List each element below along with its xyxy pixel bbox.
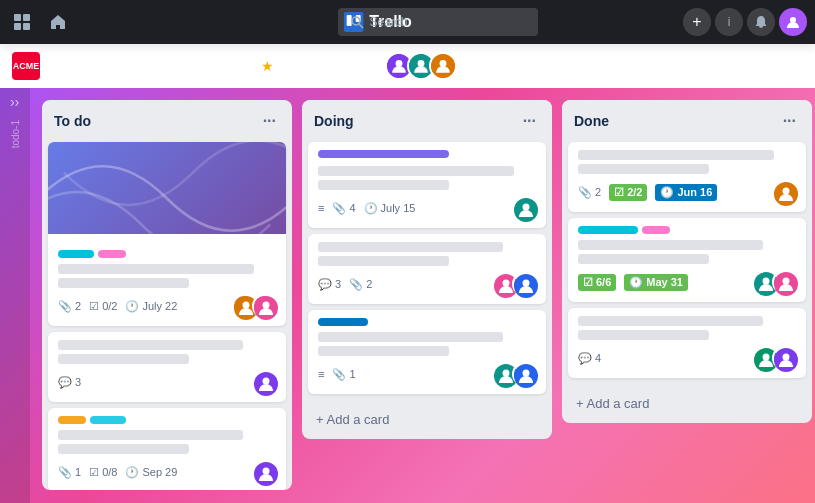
invite-button[interactable]: Invite bbox=[501, 54, 559, 79]
list-todo: To do ··· bbox=[42, 100, 292, 490]
star-icon[interactable]: ★ bbox=[261, 58, 274, 74]
done-card1-avatar bbox=[772, 180, 796, 204]
doing-card2-footer: 💬 3 📎 2 bbox=[318, 272, 536, 296]
home-icon[interactable] bbox=[44, 8, 72, 36]
svg-point-36 bbox=[503, 370, 510, 377]
list-doing-menu[interactable]: ··· bbox=[519, 110, 540, 132]
done-card3-footer: 💬 4 bbox=[578, 346, 796, 370]
workspace-logo[interactable]: ACME bbox=[12, 52, 40, 80]
card3-title-1 bbox=[58, 430, 243, 440]
doing-card3-labels bbox=[318, 318, 536, 326]
done-card2-footer: ☑ 6/6 🕐 May 31 bbox=[578, 270, 796, 294]
label-cyan bbox=[58, 250, 94, 258]
badge-date-blue: 🕐 Jun 16 bbox=[655, 184, 717, 201]
card-done-2[interactable]: ☑ 6/6 🕐 May 31 bbox=[568, 218, 806, 302]
done-card3-avatar-2 bbox=[772, 346, 796, 370]
svg-point-42 bbox=[763, 278, 770, 285]
label-blue bbox=[318, 318, 368, 326]
badge-checklist-green: ☑ 2/2 bbox=[609, 184, 647, 201]
notifications-button[interactable] bbox=[747, 8, 775, 36]
label-lightblue bbox=[90, 416, 126, 424]
grid-icon[interactable] bbox=[8, 8, 36, 36]
card-todo-1[interactable]: 📎 2 ☑ 0/2 🕐 July 22 bbox=[48, 142, 286, 326]
svg-rect-11 bbox=[52, 58, 59, 65]
card3-title-2 bbox=[58, 444, 189, 454]
card-badges: 📎 2 ☑ 0/2 🕐 July 22 bbox=[58, 300, 177, 313]
doing-card3-title-2 bbox=[318, 346, 449, 356]
card3-footer: 📎 1 ☑ 0/8 🕐 Sep 29 bbox=[58, 460, 276, 484]
svg-point-44 bbox=[783, 278, 790, 285]
info-button[interactable]: i bbox=[715, 8, 743, 36]
top-nav-right: + i bbox=[683, 8, 807, 36]
svg-point-32 bbox=[503, 280, 510, 287]
card-doing-2[interactable]: 💬 3 📎 2 bbox=[308, 234, 546, 304]
done-card2-title-1 bbox=[578, 240, 763, 250]
card-todo-3[interactable]: 📎 1 ☑ 0/8 🕐 Sep 29 bbox=[48, 408, 286, 490]
board-header: ACME Project Team Spirit ★ Acme, Inc. +1… bbox=[0, 44, 815, 88]
card-doing-3[interactable]: ≡ 📎 1 bbox=[308, 310, 546, 394]
list-doing-header: Doing ··· bbox=[302, 100, 552, 138]
card3-avatar bbox=[252, 460, 276, 484]
list-doing: Doing ··· ≡ 📎 4 🕐 July 15 bbox=[302, 100, 552, 439]
list-done-header: Done ··· bbox=[562, 100, 812, 138]
chevron-down-icon[interactable] bbox=[76, 54, 100, 78]
list-todo-menu[interactable]: ··· bbox=[259, 110, 280, 132]
doing-card3-footer: ≡ 📎 1 bbox=[318, 362, 536, 386]
svg-point-34 bbox=[523, 280, 530, 287]
doing-card3-avatar-2 bbox=[512, 362, 536, 386]
card-todo-2[interactable]: 💬 3 bbox=[48, 332, 286, 402]
add-card-doing[interactable]: + Add a card bbox=[308, 406, 546, 433]
user-avatar-nav[interactable] bbox=[779, 8, 807, 36]
header-separator-1 bbox=[286, 56, 287, 76]
done-card2-labels bbox=[578, 226, 796, 234]
done-card1-title-2 bbox=[578, 164, 709, 174]
list-doing-content: ≡ 📎 4 🕐 July 15 bbox=[302, 138, 552, 404]
board-more-button[interactable]: ··· bbox=[771, 53, 803, 79]
done-label-pink bbox=[642, 226, 670, 234]
card-done-1[interactable]: 📎 2 ☑ 2/2 🕐 Jun 16 bbox=[568, 142, 806, 212]
card3-avatars bbox=[252, 460, 276, 484]
card2-footer: 💬 3 bbox=[58, 370, 276, 394]
done-card1-footer: 📎 2 ☑ 2/2 🕐 Jun 16 bbox=[578, 180, 796, 204]
list-doing-title: Doing bbox=[314, 113, 354, 129]
boards-nav-icon[interactable] bbox=[48, 54, 72, 78]
svg-point-16 bbox=[395, 60, 402, 67]
done-card1-badges: 📎 2 ☑ 2/2 🕐 Jun 16 bbox=[578, 184, 717, 201]
add-card-done[interactable]: + Add a card bbox=[568, 390, 806, 417]
doing-card1-avatars bbox=[512, 196, 536, 220]
badge-att2: 📎 2 bbox=[349, 278, 372, 291]
svg-point-18 bbox=[417, 60, 424, 67]
doing-card3-title-1 bbox=[318, 332, 503, 342]
doing-card2-title-2 bbox=[318, 256, 449, 266]
done-card2-badges: ☑ 6/6 🕐 May 31 bbox=[578, 274, 688, 291]
doing-card1-top-label bbox=[318, 150, 449, 158]
card-doing-1[interactable]: ≡ 📎 4 🕐 July 15 bbox=[308, 142, 546, 228]
svg-point-20 bbox=[439, 60, 446, 67]
search-box[interactable]: Search bbox=[338, 8, 538, 36]
badge-menu: ≡ bbox=[318, 202, 324, 214]
plus-members-badge[interactable]: +12 bbox=[465, 57, 496, 75]
sidebar-toggle[interactable]: ‹‹ bbox=[10, 96, 19, 112]
badge-comments3: 💬 3 bbox=[318, 278, 341, 291]
svg-rect-14 bbox=[61, 67, 68, 74]
svg-point-46 bbox=[763, 354, 770, 361]
badge-66-green: ☑ 6/6 bbox=[578, 274, 616, 291]
top-nav: Trello Search + i bbox=[0, 0, 815, 44]
list-done-menu[interactable]: ··· bbox=[779, 110, 800, 132]
doing-card1-avatar bbox=[512, 196, 536, 220]
list-todo-title: To do bbox=[54, 113, 91, 129]
workspace-name-badge[interactable]: Acme, Inc. bbox=[299, 55, 379, 77]
card-done-3[interactable]: 💬 4 bbox=[568, 308, 806, 378]
badge-comments: 💬 3 bbox=[58, 376, 81, 389]
plus-button[interactable]: + bbox=[683, 8, 711, 36]
doing-card1-badges: ≡ 📎 4 🕐 July 15 bbox=[318, 202, 415, 215]
member-avatar-3[interactable] bbox=[429, 52, 457, 80]
card2-badges: 💬 3 bbox=[58, 376, 81, 389]
badge-att-2: 📎 2 bbox=[578, 186, 601, 199]
label-orange bbox=[58, 416, 86, 424]
badge-att1: 📎 1 bbox=[332, 368, 355, 381]
svg-rect-3 bbox=[23, 23, 30, 30]
svg-point-7 bbox=[352, 17, 360, 25]
doing-card3-avatars bbox=[492, 362, 536, 386]
svg-rect-2 bbox=[14, 23, 21, 30]
